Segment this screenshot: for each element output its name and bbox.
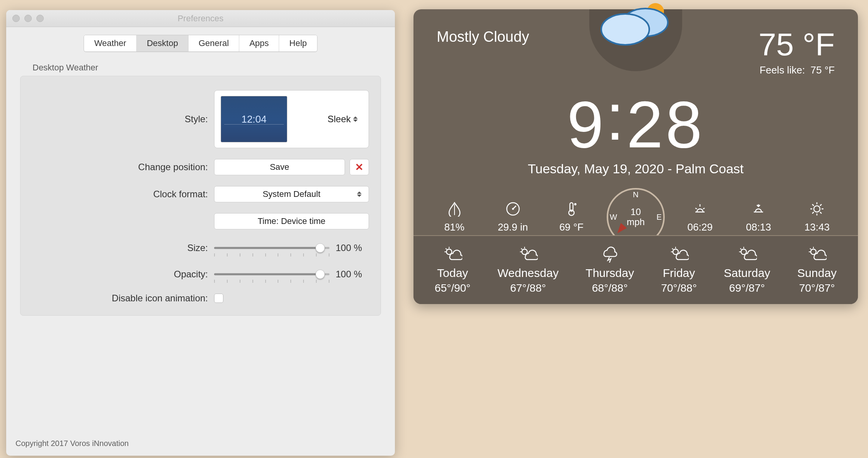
svg-line-10: [695, 208, 697, 209]
size-slider[interactable]: [214, 240, 329, 256]
cancel-position-button[interactable]: ✕: [350, 159, 369, 175]
feels-like: Feels like: 75 °F: [758, 64, 835, 76]
opacity-value: 100 %: [336, 269, 369, 280]
clock-display: 9:28: [413, 92, 858, 157]
svg-line-18: [812, 204, 814, 206]
svg-point-5: [512, 208, 514, 210]
tab-help[interactable]: Help: [279, 35, 317, 51]
tabs-segmented: Weather Desktop General Apps Help: [84, 35, 317, 52]
partly-cloudy-icon: [518, 246, 538, 263]
sunrise-stat: 06:29: [677, 201, 723, 233]
cloud-sun-icon: [595, 0, 676, 51]
sunset-icon: [751, 201, 766, 217]
solar-noon-stat: 13:43: [794, 201, 840, 233]
group-title: Desktop Weather: [28, 63, 395, 74]
tabs-bar: Weather Desktop General Apps Help: [6, 27, 395, 52]
tab-general[interactable]: General: [189, 35, 239, 51]
disable-animation-checkbox[interactable]: [214, 294, 223, 303]
svg-line-33: [672, 248, 673, 250]
opacity-slider[interactable]: [214, 267, 329, 282]
tab-desktop[interactable]: Desktop: [137, 35, 189, 51]
humidity-stat: 81%: [431, 201, 478, 233]
sunrise-icon: [692, 201, 708, 217]
humidity-icon: [447, 201, 462, 217]
dewpoint-stat: 69 °F: [548, 201, 595, 233]
style-thumbnail: 12:04: [221, 96, 287, 142]
size-value: 100 %: [336, 243, 369, 253]
opacity-label: Opacity:: [32, 269, 214, 280]
svg-point-2: [601, 14, 649, 45]
forecast-day: Friday 70°/88°: [661, 246, 696, 294]
tab-apps[interactable]: Apps: [239, 35, 279, 51]
chevron-updown-icon: [357, 190, 363, 198]
save-button[interactable]: Save: [214, 159, 345, 175]
partly-cloudy-icon: [807, 246, 827, 263]
svg-line-11: [703, 208, 705, 209]
current-temp: 75 °F: [758, 29, 835, 60]
svg-line-20: [820, 204, 822, 206]
sun-icon: [809, 201, 825, 217]
pressure-stat: 29.9 in: [490, 201, 536, 233]
condition-text: Mostly Cloudy: [437, 29, 529, 45]
forecast-row: Today 65°/90° Wednesday 67°/88° Thursday…: [413, 235, 858, 304]
style-value: Sleek: [328, 114, 359, 125]
tab-weather[interactable]: Weather: [84, 35, 137, 51]
sunset-stat: 08:13: [735, 201, 782, 233]
style-selector[interactable]: 12:04 Sleek: [214, 90, 369, 148]
style-label: Style:: [32, 114, 214, 125]
forecast-day: Wednesday 67°/88°: [497, 246, 559, 294]
copyright: Copyright 2017 Voros iNnovation: [6, 431, 395, 456]
svg-line-41: [810, 248, 811, 250]
partly-cloudy-icon: [738, 246, 757, 263]
thermometer-icon: [564, 201, 579, 217]
change-position-label: Change position:: [32, 162, 214, 173]
clock-format-select[interactable]: System Default: [214, 186, 369, 202]
svg-line-21: [812, 212, 814, 214]
titlebar: Preferences: [6, 10, 395, 27]
svg-point-13: [814, 206, 820, 212]
time-source-field: Time: Device time: [214, 213, 369, 229]
chevron-updown-icon: [353, 115, 359, 123]
partly-cloudy-icon: [443, 246, 462, 263]
svg-line-29: [521, 248, 522, 250]
preferences-window: Preferences Weather Desktop General Apps…: [6, 10, 395, 456]
svg-line-37: [740, 248, 741, 250]
thunderstorm-icon: [600, 246, 619, 263]
weather-widget: Mostly Cloudy 75 °F Feels like: 75 °F 9:…: [413, 9, 858, 304]
clock-format-label: Clock format:: [32, 189, 214, 200]
size-label: Size:: [32, 243, 214, 253]
svg-line-19: [820, 212, 822, 214]
forecast-day: Sunday 70°/87°: [797, 246, 837, 294]
svg-line-25: [446, 248, 447, 250]
window-title: Preferences: [6, 14, 395, 24]
forecast-day: Today 65°/90°: [435, 246, 470, 294]
svg-point-8: [574, 203, 576, 205]
partly-cloudy-icon: [669, 246, 689, 263]
gauge-icon: [505, 201, 521, 217]
forecast-day: Thursday 68°/88°: [586, 246, 634, 294]
disable-animation-label: Disable icon animation:: [32, 293, 214, 304]
forecast-day: Saturday 69°/87°: [724, 246, 770, 294]
desktop-weather-group: Style: 12:04 Sleek Change position: Save…: [20, 76, 381, 316]
widget-notch: [578, 9, 694, 87]
date-location: Tuesday, May 19, 2020 - Palm Coast: [413, 161, 858, 176]
